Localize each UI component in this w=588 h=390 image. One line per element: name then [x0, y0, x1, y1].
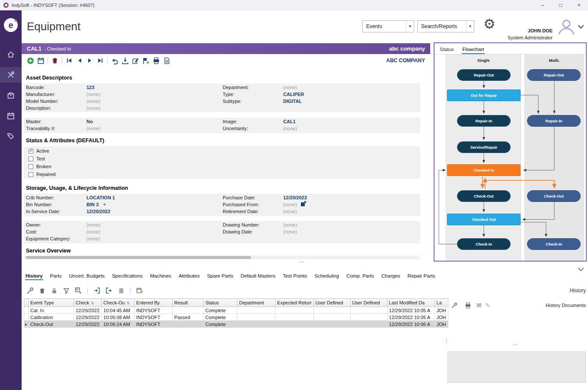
horizontal-scrollbar[interactable] — [24, 256, 420, 259]
sidebar-item-equipment[interactable] — [0, 67, 22, 83]
splitter-handle[interactable]: ⋯ — [513, 342, 518, 348]
tools-button[interactable] — [449, 300, 459, 310]
sidebar-item-home[interactable] — [0, 47, 22, 62]
sign-in-button[interactable] — [104, 286, 114, 295]
cell[interactable] — [350, 321, 387, 328]
col-header-check[interactable]: Check⇅ — [74, 299, 102, 307]
col-header-result[interactable]: Result — [173, 299, 204, 307]
tab-default-masters[interactable]: Default Masters — [240, 272, 276, 280]
sidebar-item-inventory[interactable] — [0, 88, 22, 103]
tools-button[interactable] — [25, 286, 35, 295]
field-value[interactable]: LOCATION 1 — [86, 195, 115, 200]
cell[interactable] — [237, 321, 275, 328]
flow-node-check-out-multi[interactable]: Check-Out — [527, 190, 581, 202]
last-record-button[interactable] — [96, 56, 105, 65]
cell[interactable]: 10:06:24 AM — [102, 321, 134, 328]
add-button[interactable] — [26, 56, 35, 65]
settings-gear-icon[interactable]: ⚙ — [483, 17, 495, 31]
cell[interactable] — [350, 314, 387, 321]
col-header-last[interactable]: La — [435, 299, 448, 307]
flow-node-repair-out-single[interactable]: Repair-Out — [457, 69, 511, 81]
cell[interactable]: INDYSOFT — [134, 307, 173, 314]
field-value[interactable]: CALIPER — [283, 92, 304, 97]
filter-button[interactable] — [61, 286, 71, 295]
col-header-user-defined-1[interactable]: User Defined — [313, 299, 350, 307]
col-header-last-modified[interactable]: Last Modified Da — [387, 299, 435, 307]
export-grid-button[interactable] — [74, 286, 83, 295]
tab-test-points[interactable]: Test Points — [282, 272, 307, 280]
cell[interactable]: 12/29/2022 10:05 A — [387, 314, 435, 321]
cell[interactable]: Complete — [204, 307, 237, 314]
tab-attributes[interactable]: Attributes — [178, 272, 200, 280]
tab-comp-parts[interactable]: Comp. Parts — [346, 272, 374, 280]
cell[interactable]: 12/29/2022 10:06 A — [387, 321, 435, 328]
cell[interactable]: 10:04:45 AM — [102, 307, 134, 314]
sidebar-item-tags[interactable] — [0, 128, 22, 144]
cell[interactable]: Complete — [204, 314, 237, 321]
cell[interactable] — [173, 321, 204, 328]
flow-node-service-repair[interactable]: Service/Repair — [457, 141, 511, 153]
sign-out-button[interactable] — [92, 286, 102, 295]
checkbox-broken[interactable] — [29, 164, 33, 169]
col-header-check-out[interactable]: Check-Ou⇅ — [102, 299, 134, 307]
company-link[interactable]: ABC COMPANY — [386, 58, 430, 64]
cell[interactable]: Calibration — [29, 314, 74, 321]
tab-history[interactable]: History — [25, 272, 43, 280]
splitter-handle[interactable]: ⋯ — [299, 259, 305, 265]
table-row-selected[interactable]: ▸ Check-Out 12/29/2022 10:06:24 AM INDYS… — [24, 321, 448, 328]
cell[interactable]: INDYSOFT — [134, 321, 173, 328]
field-value[interactable]: 123 — [86, 85, 94, 90]
minimize-button[interactable]: – — [534, 0, 552, 10]
col-header-event-type[interactable]: Event Type — [29, 299, 74, 307]
calendar-button[interactable] — [36, 56, 45, 65]
checkbox-active[interactable] — [29, 149, 33, 153]
cell[interactable] — [313, 314, 350, 321]
cell[interactable] — [237, 307, 275, 314]
print-button[interactable] — [463, 300, 473, 310]
col-header-user-defined-2[interactable]: User Defined — [350, 299, 387, 307]
field-value[interactable]: DIGITAL — [283, 99, 302, 104]
cell[interactable]: 12/29/2022 — [74, 321, 102, 328]
tab-specifications[interactable]: Specifications — [112, 272, 143, 280]
table-row[interactable]: Calibration 12/29/2022 10:05:08 AM INDYS… — [24, 314, 448, 321]
flow-node-check-in-single[interactable]: Check-In — [457, 238, 511, 250]
flow-node-checked-in-current[interactable]: Checked In — [447, 164, 521, 176]
flow-node-check-in-multi[interactable]: Check-In — [527, 238, 581, 250]
flow-node-check-out-single[interactable]: Check-Out — [457, 190, 511, 202]
cell[interactable] — [275, 321, 313, 328]
open-link-icon[interactable] — [300, 201, 306, 207]
cell[interactable]: 12/29/2022 10:05 A — [387, 307, 435, 314]
cell[interactable]: Complete — [204, 321, 237, 328]
col-header-expected-return[interactable]: Expected Returr — [275, 299, 313, 307]
document-preview-area[interactable] — [447, 352, 586, 383]
cell[interactable]: JOH — [435, 314, 448, 321]
tab-machines[interactable]: Machines — [150, 272, 172, 280]
flow-node-repair-in-single[interactable]: Repair-In — [457, 115, 511, 127]
tab-spare-parts[interactable]: Spare Parts — [207, 272, 234, 280]
table-row[interactable]: Cal. In 12/29/2022 10:04:45 AM INDYSOFT … — [24, 307, 448, 314]
collapse-panel-chevron-icon[interactable] — [578, 267, 584, 272]
cell[interactable] — [350, 307, 387, 314]
print-button[interactable] — [151, 56, 161, 65]
undo-button[interactable] — [110, 56, 119, 65]
previous-record-button[interactable] — [75, 56, 84, 65]
lock-button[interactable] — [49, 286, 59, 295]
field-value[interactable]: 12/20/2022 — [283, 195, 307, 200]
flow-node-repair-out-multi[interactable]: Repair-Out — [527, 69, 581, 81]
events-dropdown[interactable]: Events ▼ — [362, 20, 414, 32]
cell[interactable]: INDYSOFT — [134, 314, 173, 321]
search-reports-dropdown[interactable]: Search/Reports ▼ — [417, 20, 474, 32]
add-bin-icon[interactable]: + — [103, 201, 106, 208]
tab-uncert-budgets[interactable]: Uncert. Budgets — [68, 272, 105, 280]
scrollbar-thumb[interactable] — [26, 256, 251, 259]
edit-button[interactable] — [131, 56, 140, 65]
field-value[interactable]: BIN 3 — [86, 202, 99, 207]
sidebar-item-calendar[interactable] — [0, 108, 22, 124]
checkbox-test[interactable] — [29, 157, 33, 161]
check-in-button[interactable] — [120, 56, 130, 65]
field-value[interactable]: No — [86, 119, 93, 124]
flag-add-button[interactable] — [141, 56, 150, 65]
user-menu-chevron-icon[interactable] — [578, 25, 584, 29]
report-button[interactable] — [162, 56, 171, 65]
avatar[interactable] — [557, 17, 576, 36]
